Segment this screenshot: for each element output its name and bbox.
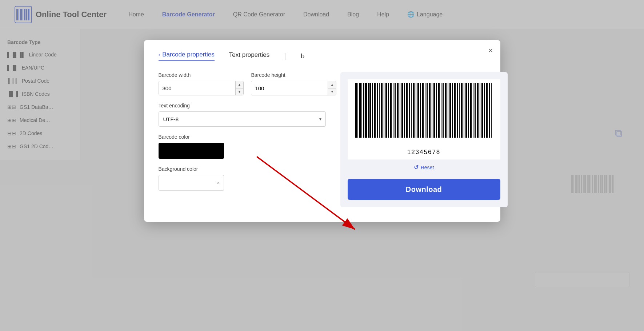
tab-separator: |	[284, 52, 286, 60]
tab-text-properties[interactable]: Text properties	[229, 51, 270, 61]
barcode-width-input[interactable]	[159, 81, 235, 95]
clear-bg-color-icon[interactable]: ×	[217, 180, 220, 186]
height-spinner: ▲ ▼	[328, 81, 336, 95]
svg-rect-89	[486, 83, 488, 138]
svg-rect-62	[425, 83, 425, 138]
svg-rect-34	[361, 83, 362, 138]
width-height-row: Barcode width ▲ ▼ Barcode height	[159, 72, 326, 95]
barcode-properties-modal: × ‹ Barcode properties Text properties |…	[144, 40, 500, 222]
modal-tabs: ‹ Barcode properties Text properties | I…	[159, 51, 486, 61]
barcode-width-input-wrapper: ▲ ▼	[159, 81, 244, 95]
barcode-image: 12345678	[348, 79, 500, 159]
modal-close-button[interactable]: ×	[488, 47, 493, 55]
svg-rect-82	[470, 83, 472, 138]
modal-body: Barcode width ▲ ▼ Barcode height	[159, 72, 486, 207]
barcode-width-label: Barcode width	[159, 72, 244, 78]
svg-rect-86	[480, 83, 480, 138]
svg-rect-51	[400, 83, 400, 138]
svg-rect-32	[357, 83, 358, 138]
width-increment-button[interactable]: ▲	[236, 81, 244, 88]
barcode-svg	[351, 83, 497, 145]
svg-rect-45	[385, 83, 387, 138]
svg-rect-50	[397, 83, 399, 138]
svg-rect-35	[363, 83, 364, 138]
svg-rect-37	[368, 83, 369, 138]
height-increment-button[interactable]: ▲	[328, 81, 336, 88]
svg-rect-49	[395, 83, 396, 138]
svg-rect-60	[420, 83, 421, 138]
svg-rect-65	[432, 83, 432, 138]
download-button[interactable]: Download	[348, 179, 500, 200]
barcode-width-group: Barcode width ▲ ▼	[159, 72, 244, 95]
barcode-height-label: Barcode height	[251, 72, 336, 78]
svg-rect-33	[359, 83, 361, 138]
reset-icon: ↺	[414, 164, 419, 171]
barcode-height-input-wrapper: ▲ ▼	[251, 81, 336, 95]
svg-rect-67	[436, 83, 437, 138]
svg-rect-57	[413, 83, 415, 138]
svg-rect-53	[404, 83, 405, 138]
tab-back-arrow: ‹	[159, 52, 160, 58]
svg-rect-79	[464, 83, 464, 138]
svg-rect-77	[459, 83, 460, 138]
barcode-height-input[interactable]	[251, 81, 328, 95]
text-encoding-label: Text encoding	[159, 103, 326, 109]
svg-rect-66	[433, 83, 435, 138]
left-panel: Barcode width ▲ ▼ Barcode height	[159, 72, 326, 207]
text-encoding-select-wrapper: UTF-8 UTF-16 ISO-8859-1 ▾	[159, 111, 326, 127]
background-color-swatch[interactable]: ×	[159, 175, 224, 191]
svg-rect-42	[379, 83, 380, 138]
svg-rect-74	[452, 83, 453, 138]
svg-rect-63	[427, 83, 428, 138]
svg-rect-81	[468, 83, 469, 138]
background-color-label: Background color	[159, 166, 326, 172]
svg-rect-75	[454, 83, 456, 138]
svg-rect-41	[377, 83, 378, 138]
svg-rect-83	[473, 83, 473, 138]
svg-rect-31	[355, 83, 357, 138]
svg-rect-39	[372, 83, 373, 138]
svg-rect-56	[411, 83, 412, 138]
text-encoding-select[interactable]: UTF-8 UTF-16 ISO-8859-1	[159, 111, 326, 127]
svg-rect-43	[381, 83, 383, 138]
cursor-icon: I›	[301, 52, 305, 60]
svg-rect-40	[374, 83, 376, 138]
svg-rect-84	[475, 83, 476, 138]
svg-rect-73	[449, 83, 451, 138]
svg-rect-88	[484, 83, 485, 138]
width-decrement-button[interactable]: ▼	[236, 88, 244, 95]
svg-rect-90	[489, 83, 490, 138]
svg-rect-58	[416, 83, 416, 138]
svg-rect-64	[429, 83, 431, 138]
svg-rect-76	[457, 83, 458, 138]
svg-rect-38	[369, 83, 371, 138]
svg-rect-55	[409, 83, 410, 138]
reset-button[interactable]: ↺ Reset	[414, 161, 434, 174]
svg-rect-72	[448, 83, 448, 138]
svg-rect-91	[491, 83, 492, 138]
barcode-number-text: 12345678	[351, 149, 497, 156]
svg-rect-61	[422, 83, 424, 138]
svg-rect-85	[477, 83, 479, 138]
svg-rect-47	[390, 83, 392, 138]
svg-rect-69	[441, 83, 441, 138]
svg-rect-46	[388, 83, 389, 138]
barcode-color-swatch[interactable]	[159, 143, 224, 159]
svg-rect-87	[481, 83, 483, 138]
svg-rect-48	[393, 83, 393, 138]
barcode-color-label: Barcode color	[159, 134, 326, 140]
svg-rect-59	[417, 83, 419, 138]
barcode-height-group: Barcode height ▲ ▼	[251, 72, 336, 95]
barcode-color-group: Barcode color	[159, 134, 326, 159]
svg-rect-36	[365, 83, 367, 138]
barcode-preview: 12345678	[348, 79, 500, 161]
svg-rect-68	[438, 83, 440, 138]
tab-barcode-properties[interactable]: ‹ Barcode properties	[159, 51, 215, 61]
svg-rect-52	[401, 83, 403, 138]
width-spinner: ▲ ▼	[235, 81, 244, 95]
svg-rect-80	[465, 83, 467, 138]
svg-rect-70	[443, 83, 444, 138]
svg-rect-78	[461, 83, 463, 138]
height-decrement-button[interactable]: ▼	[328, 88, 336, 95]
text-encoding-group: Text encoding UTF-8 UTF-16 ISO-8859-1 ▾	[159, 103, 326, 127]
